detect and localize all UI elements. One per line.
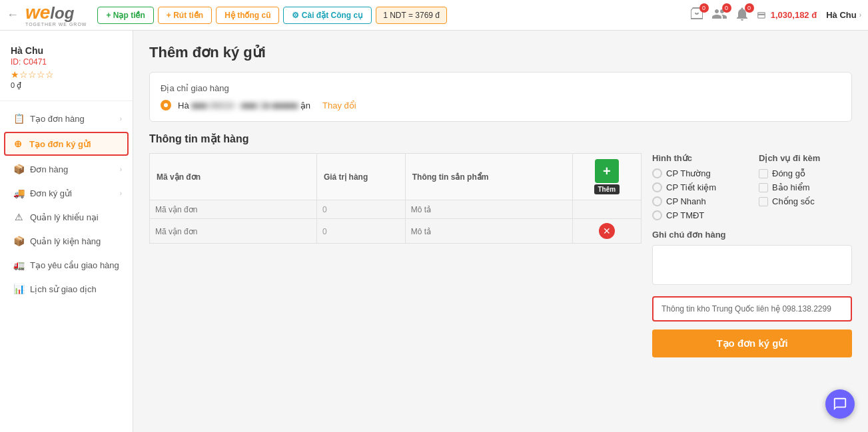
delivery-icon: 🚚: [13, 188, 25, 198]
nav-actions: + Nạp tiền + Rút tiền Hệ thống cũ ⚙ Cài …: [97, 7, 681, 24]
sidebar-item-khieu-nai[interactable]: ⚠ Quản lý khiếu nại: [0, 205, 133, 229]
users-badge: 0: [722, 3, 731, 13]
sidebar-label-giao-hang: Tạo yêu cầu giao hàng: [30, 260, 119, 270]
rut-tien-button[interactable]: + Rút tiền: [158, 7, 212, 24]
cp-thuong-option[interactable]: CP Thường: [652, 168, 745, 178]
sidebar-item-tao-don-hang[interactable]: 📋 Tạo đơn hàng ›: [0, 107, 133, 130]
sidebar-stars: ★☆☆☆☆: [11, 69, 122, 80]
sidebar-username: Hà Chu: [11, 45, 122, 56]
mo-ta-input-1[interactable]: [411, 205, 567, 214]
mo-ta-cell-2: [405, 219, 572, 244]
order-icon: 📋: [13, 113, 25, 124]
user-name-display: Hà Chu: [826, 10, 857, 20]
cp-nhanh-option[interactable]: CP Nhanh: [652, 196, 745, 206]
package-icon: 📦: [13, 164, 25, 174]
chevron-icon-3: ›: [120, 190, 122, 197]
right-panel: Hình thức CP Thường CP Tiết kiệm: [652, 153, 852, 357]
sidebar-item-giao-hang[interactable]: 🚛 Tạo yêu cầu giao hàng: [0, 253, 133, 277]
truck-icon: 🚛: [13, 260, 25, 270]
hinh-thuc-section: Hình thức CP Thường CP Tiết kiệm: [652, 153, 745, 220]
col-header-info: Thông tin sản phẩm: [405, 154, 572, 200]
logo-text: welog: [25, 3, 74, 22]
gia-tri-cell-1: [316, 200, 405, 219]
consign-icon: ⊕: [12, 138, 24, 149]
cart-badge: 0: [699, 3, 709, 13]
action-cell-2: ✕: [572, 219, 641, 244]
gia-tri-input-2[interactable]: [322, 227, 400, 236]
col-header-action: + Thêm: [572, 154, 641, 200]
dich-vu-title: Dịch vụ đi kèm: [759, 153, 852, 163]
sidebar-item-tao-don-ky-gui[interactable]: ⊕ Tạo đơn ký gửi: [4, 132, 129, 156]
col-header-gia: Giá trị hàng: [316, 154, 405, 200]
main-content: Thêm đơn ký gửi Địa chỉ giao hàng Hà ■■■…: [133, 31, 868, 432]
cp-tiet-kiem-option[interactable]: CP Tiết kiệm: [652, 182, 745, 192]
chat-bubble-button[interactable]: [825, 389, 855, 419]
submit-button[interactable]: Tạo đơn ký gửi: [652, 329, 852, 357]
mo-ta-input-2[interactable]: [411, 227, 567, 236]
mo-ta-cell-1: [405, 200, 572, 219]
chong-soc-checkbox[interactable]: [759, 197, 768, 206]
logo-tagline: TOGETHER WE GROW: [25, 22, 87, 27]
bao-hiem-checkbox[interactable]: [759, 183, 768, 192]
hinh-thuc-options: CP Thường CP Tiết kiệm CP Nhanh: [652, 168, 745, 220]
app-body: Hà Chu ID: C0471 ★☆☆☆☆ 0 ₫ 📋 Tạo đơn hàn…: [0, 31, 868, 432]
cp-tmdt-radio[interactable]: [652, 210, 662, 220]
user-chevron-icon: ›: [859, 11, 861, 19]
cai-dat-button[interactable]: ⚙ Cài đặt Công cụ: [283, 7, 372, 24]
ma-van-don-input-1[interactable]: [155, 205, 311, 214]
cp-thuong-radio[interactable]: [652, 168, 662, 178]
cp-tiet-kiem-radio[interactable]: [652, 182, 662, 192]
users-icon-wrap[interactable]: 0: [711, 6, 727, 24]
user-menu[interactable]: Hà Chu ›: [826, 10, 861, 20]
ghi-chu-textarea[interactable]: [652, 245, 852, 285]
nap-tien-button[interactable]: + Nạp tiền: [97, 7, 153, 24]
cart-icon-wrap[interactable]: 0: [689, 6, 705, 24]
add-row-button[interactable]: +: [595, 159, 619, 183]
bell-icon-wrap[interactable]: 0: [734, 6, 750, 24]
complaint-icon: ⚠: [13, 212, 25, 222]
chevron-icon-2: ›: [120, 166, 122, 173]
address-display: Hà ■■■ 06019 - ■■■ 2■ ■■■■■ ận: [178, 101, 310, 110]
sidebar-user: Hà Chu ID: C0471 ★☆☆☆☆ 0 ₫: [0, 37, 133, 95]
cp-tmdt-option[interactable]: CP TMĐT: [652, 210, 745, 220]
chong-soc-option[interactable]: Chống sốc: [759, 196, 852, 206]
sidebar-label-kien-hang: Quản lý kiện hàng: [30, 236, 101, 246]
back-button[interactable]: ←: [7, 8, 19, 22]
he-thong-button[interactable]: Hệ thống cũ: [216, 7, 279, 24]
sidebar-item-don-ky-gui[interactable]: 🚚 Đơn ký gửi ›: [0, 181, 133, 205]
delete-row-2-button[interactable]: ✕: [599, 223, 615, 239]
balance-display[interactable]: 1,030,182 đ: [757, 10, 817, 21]
address-radio[interactable]: [161, 100, 171, 110]
change-address-button[interactable]: Thay đổi: [322, 101, 356, 110]
dong-go-checkbox[interactable]: [759, 169, 768, 178]
sidebar-label-khieu-nai: Quản lý khiếu nại: [30, 212, 99, 222]
sidebar-label-don-ky-gui: Đơn ký gửi: [30, 188, 72, 198]
ma-van-don-input-2[interactable]: [155, 227, 311, 236]
sidebar-item-don-hang[interactable]: 📦 Đơn hàng ›: [0, 157, 133, 181]
gia-tri-cell-2: [316, 219, 405, 244]
cp-nhanh-radio[interactable]: [652, 196, 662, 206]
dich-vu-section: Dịch vụ đi kèm Đóng gỗ Bảo hiểm: [759, 153, 852, 220]
product-section: Thông tin mặt hàng Mã vận đơn Giá trị hà…: [149, 132, 852, 357]
sidebar-balance: 0 ₫: [11, 81, 122, 90]
address-label: Địa chỉ giao hàng: [161, 83, 841, 93]
sidebar-item-lich-su[interactable]: 📊 Lịch sử giao dịch: [0, 277, 133, 301]
history-icon: 📊: [13, 284, 25, 294]
sidebar-label-lich-su: Lịch sử giao dịch: [30, 284, 97, 294]
dich-vu-options: Đóng gỗ Bảo hiểm Chống sốc: [759, 168, 852, 206]
gia-tri-input-1[interactable]: [322, 205, 400, 214]
bao-hiem-option[interactable]: Bảo hiểm: [759, 182, 852, 192]
col-header-ma: Mã vận đơn: [150, 154, 317, 200]
product-section-title: Thông tin mặt hàng: [149, 132, 852, 145]
address-row: Hà ■■■ 06019 - ■■■ 2■ ■■■■■ ận Thay đổi: [161, 100, 841, 110]
hinh-thuc-dich-vu: Hình thức CP Thường CP Tiết kiệm: [652, 153, 852, 230]
ghi-chu-title: Ghi chú đơn hàng: [652, 230, 852, 240]
top-nav: ← welog TOGETHER WE GROW + Nạp tiền + Rú…: [0, 0, 868, 31]
sidebar-item-kien-hang[interactable]: 📦 Quản lý kiện hàng: [0, 229, 133, 253]
sidebar-label-tao-don-ky-gui: Tạo đơn ký gửi: [29, 139, 91, 149]
ma-van-don-cell-1: [150, 200, 317, 219]
chevron-icon-0: ›: [120, 115, 122, 122]
dong-go-option[interactable]: Đóng gỗ: [759, 168, 852, 178]
chat-icon: [833, 397, 847, 411]
address-card: Địa chỉ giao hàng Hà ■■■ 06019 - ■■■ 2■ …: [149, 72, 852, 122]
